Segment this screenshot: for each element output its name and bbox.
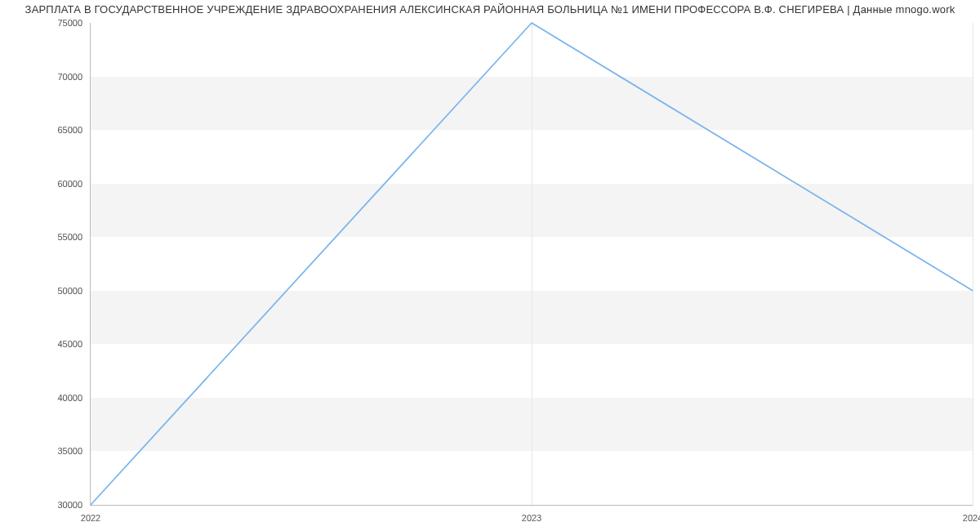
y-tick-label: 40000: [57, 393, 82, 403]
plot-area: 3000035000400004500050000550006000065000…: [90, 23, 973, 506]
grid-vertical: [973, 23, 973, 505]
line-series: [91, 23, 973, 505]
y-tick-label: 70000: [57, 72, 82, 82]
y-tick-label: 55000: [57, 232, 82, 242]
y-tick-label: 60000: [57, 179, 82, 189]
y-tick-label: 75000: [57, 18, 82, 28]
chart-title: ЗАРПЛАТА В ГОСУДАРСТВЕННОЕ УЧРЕЖДЕНИЕ ЗД…: [0, 3, 980, 16]
y-tick-label: 50000: [57, 286, 82, 296]
x-tick-label: 2024: [963, 513, 980, 523]
y-tick-label: 45000: [57, 339, 82, 349]
y-tick-label: 35000: [57, 446, 82, 456]
salary-line-chart: ЗАРПЛАТА В ГОСУДАРСТВЕННОЕ УЧРЕЖДЕНИЕ ЗД…: [0, 0, 980, 531]
y-tick-label: 65000: [57, 125, 82, 135]
x-tick-label: 2023: [522, 513, 541, 523]
x-tick-label: 2022: [81, 513, 100, 523]
y-tick-label: 30000: [57, 500, 82, 510]
